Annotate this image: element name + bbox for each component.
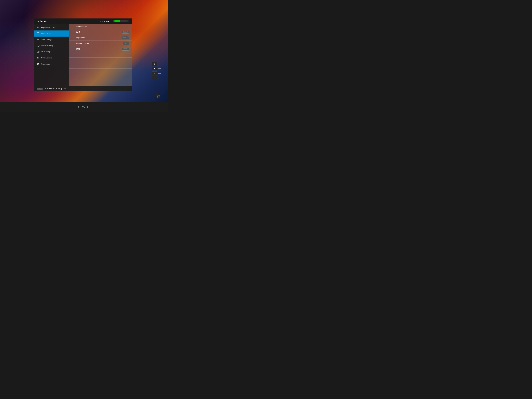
content-empty-4 [69,69,132,74]
sidebar: Brightness/Contrast Input Source [34,24,69,86]
content-item-dvi-d[interactable]: DVI-D [69,29,132,35]
sidebar-item-display-settings[interactable]: Display Settings [34,43,69,49]
dvi-label: DVI-D [76,31,122,33]
content-empty-1 [69,52,132,57]
sidebar-item-personalize[interactable]: Personalize [34,61,69,67]
display-icon [37,44,40,47]
nav-close-btn[interactable]: ✕ [152,76,161,80]
energy-seg-4 [114,20,114,22]
nav-buttons: ▲ ▼ → ✕ [152,62,161,80]
up-arrow-icon[interactable]: ▲ [152,62,157,66]
star-icon [37,62,40,65]
dp-check: ✓ [72,36,74,39]
nav-right-btn[interactable]: → [152,71,161,75]
svg-point-0 [38,27,39,28]
close-icon[interactable]: ✕ [152,76,157,80]
content-item-scan-sources[interactable]: Scan Sources [69,24,132,29]
osd-footer: Resolution:1920x1200 @ 60Hz [34,86,132,91]
hdmi-label: HDMI [76,48,122,50]
svg-rect-31 [126,32,126,32]
sidebar-label-personalize: Personalize [41,63,50,65]
energy-seg-5 [115,20,116,22]
svg-rect-35 [124,32,125,32]
svg-rect-24 [38,58,38,58]
sun-icon [37,26,40,29]
svg-rect-38 [126,32,126,32]
right-arrow-icon[interactable]: → [152,71,157,75]
energy-seg-7 [117,20,118,22]
dvi-connector-icon [122,31,129,33]
energy-section: Energy Use [100,20,129,22]
osd-header: Dell U2413 Energy Use [34,19,132,24]
monitor-model: Dell U2413 [37,20,47,22]
energy-label: Energy Use [100,20,109,22]
dvi-check [72,31,74,33]
power-button[interactable]: ⏻ [156,94,160,98]
svg-rect-9 [37,33,39,34]
energy-seg-1 [111,20,111,22]
scan-check [72,25,74,28]
down-dash [158,68,161,69]
energy-seg-13 [123,20,124,22]
content-empty-2 [69,57,132,63]
sidebar-item-brightness[interactable]: Brightness/Contrast [34,24,69,31]
sidebar-item-color-settings[interactable]: Color Settings [34,37,69,43]
sidebar-label-other-settings: Other Settings [41,57,52,59]
svg-line-5 [37,27,38,27]
scan-sources-label: Scan Sources [76,25,129,28]
energy-seg-3 [113,20,114,22]
svg-rect-29 [124,32,125,32]
footer-resolution: Resolution:1920x1200 @ 60Hz [44,88,66,90]
energy-seg-12 [122,20,123,22]
svg-marker-26 [37,63,39,65]
nav-up-btn[interactable]: ▲ [152,62,161,66]
dell-logo: D∊LL [78,105,90,109]
mdp-label: Mini DisplayPort [76,42,123,44]
pip-icon [37,50,40,53]
sidebar-label-pip-settings: PIP Settings [41,51,51,53]
energy-bar [111,20,129,22]
energy-seg-17 [127,20,128,22]
content-item-displayport[interactable]: ✓ DisplayPort [69,35,132,41]
svg-point-14 [38,39,39,40]
right-dash [158,73,161,74]
energy-seg-11 [121,20,122,22]
svg-point-13 [37,39,38,40]
monitor-bezel: D∊LL [0,101,168,112]
svg-rect-37 [126,32,126,32]
energy-seg-10 [120,20,121,22]
svg-rect-33 [127,32,127,32]
hdmi-connector-icon [122,48,129,51]
svg-rect-25 [38,58,38,59]
svg-rect-23 [37,57,38,57]
svg-rect-27 [124,31,127,33]
content-panel: Scan Sources DVI-D [69,24,132,86]
energy-seg-2 [112,20,112,22]
svg-rect-34 [124,32,124,32]
mdp-check [72,42,74,44]
footer-connector-icon [37,88,43,90]
energy-seg-16 [127,20,127,22]
color-icon [37,38,40,41]
nav-down-btn[interactable]: ▼ [152,67,161,70]
down-arrow-icon[interactable]: ▼ [152,67,157,70]
sidebar-item-input-source[interactable]: Input Source [34,31,69,37]
content-item-hdmi[interactable]: HDMI [69,46,132,52]
input-icon [37,32,40,35]
sidebar-label-input-source: Input Source [41,33,51,35]
content-item-mini-displayport[interactable]: Mini DisplayPort [69,41,132,46]
sidebar-label-display-settings: Display Settings [41,45,53,47]
sidebar-item-pip-settings[interactable]: PIP Settings [34,49,69,55]
svg-point-15 [38,40,38,40]
energy-seg-9 [119,20,120,22]
sidebar-label-color-settings: Color Settings [41,39,52,41]
energy-seg-18 [128,20,129,22]
energy-seg-8 [118,20,119,22]
other-icon [37,56,40,59]
svg-rect-19 [38,52,39,52]
mdp-connector-icon [123,42,129,45]
content-empty-3 [69,63,132,69]
energy-seg-6 [116,20,117,22]
sidebar-item-other-settings[interactable]: Other Settings [34,55,69,61]
svg-line-6 [39,28,39,28]
